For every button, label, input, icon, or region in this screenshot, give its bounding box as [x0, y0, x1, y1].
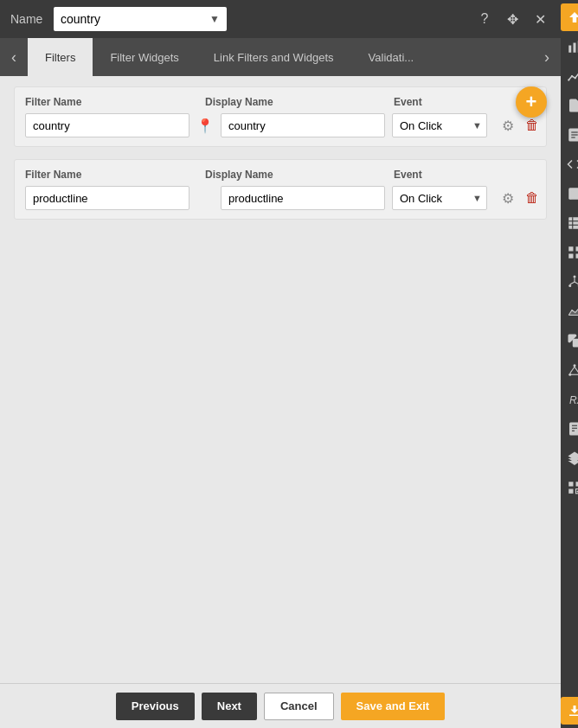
- name-dropdown[interactable]: country: [54, 7, 227, 31]
- name-label: Name: [10, 12, 45, 26]
- tabs-container: Filters Filter Widgets Link Filters and …: [28, 38, 533, 76]
- svg-rect-46: [569, 715, 578, 717]
- help-icon-button[interactable]: ?: [474, 9, 495, 29]
- row-actions-1: ⚙ 🗑: [498, 115, 543, 136]
- svg-rect-0: [568, 46, 571, 53]
- svg-rect-1: [574, 43, 576, 53]
- sidebar-icon-network[interactable]: [561, 356, 578, 384]
- sidebar-icon-report[interactable]: [561, 415, 578, 443]
- save-exit-button[interactable]: Save and Exit: [341, 693, 446, 720]
- sidebar-icon-download[interactable]: [561, 697, 578, 725]
- sidebar-icon-arrow-up[interactable]: [561, 3, 578, 31]
- filter-name-input-1[interactable]: [25, 113, 189, 137]
- sidebar-icon-area-chart[interactable]: [561, 297, 578, 325]
- filter-name-input-2[interactable]: [25, 186, 189, 210]
- svg-rect-27: [573, 339, 578, 348]
- cancel-button[interactable]: Cancel: [264, 693, 334, 720]
- svg-point-28: [574, 364, 576, 367]
- filter-row-1: Filter Name Display Name Event 📍 On Clic…: [14, 86, 547, 147]
- header: Name country ▼ ? ✥ ✕: [0, 0, 561, 38]
- svg-rect-40: [568, 482, 573, 486]
- svg-line-31: [570, 367, 575, 374]
- filter-headers-2: Filter Name Display Name Event: [25, 169, 536, 181]
- svg-point-21: [574, 276, 576, 278]
- filter-inputs-2: 📍 On Click On Change On Load ▼ ⚙ 🗑: [25, 186, 536, 210]
- display-name-header-2: Display Name: [205, 169, 387, 181]
- svg-rect-13: [568, 217, 578, 229]
- filter-inputs-1: 📍 On Click On Change On Load ▼ ⚙ 🗑: [25, 113, 536, 137]
- next-button[interactable]: Next: [202, 693, 257, 720]
- content-area: + Filter Name Display Name Event 📍 On Cl…: [0, 76, 561, 683]
- sidebar-icon-document[interactable]: [561, 121, 578, 149]
- move-icon-button[interactable]: ✥: [502, 9, 523, 29]
- tab-filters[interactable]: Filters: [28, 38, 93, 76]
- filter-headers-1: Filter Name Display Name Event: [25, 96, 536, 108]
- sidebar-icon-layers[interactable]: [561, 444, 578, 472]
- add-filter-button[interactable]: +: [516, 86, 547, 118]
- svg-text:Rx: Rx: [569, 394, 578, 406]
- svg-rect-42: [568, 489, 573, 494]
- name-dropdown-wrapper: country ▼: [54, 7, 227, 31]
- sidebar-icon-file[interactable]: [561, 92, 578, 119]
- sidebar-icon-tree[interactable]: [561, 268, 578, 296]
- sidebar-icon-grid[interactable]: [561, 239, 578, 266]
- event-select-wrapper-2: On Click On Change On Load ▼: [392, 186, 487, 210]
- delete-button-2[interactable]: 🗑: [522, 188, 543, 208]
- svg-line-32: [575, 367, 578, 374]
- sidebar-icon-table[interactable]: [561, 209, 578, 237]
- tab-link-filters[interactable]: Link Filters and Widgets: [196, 38, 351, 76]
- event-select-wrapper-1: On Click On Change On Load ▼: [392, 113, 487, 137]
- tab-next-button[interactable]: ›: [533, 38, 561, 76]
- svg-rect-35: [569, 423, 578, 436]
- svg-point-12: [571, 190, 573, 192]
- footer: Previous Next Cancel Save and Exit: [0, 683, 561, 728]
- delete-button-1[interactable]: 🗑: [522, 115, 543, 136]
- right-sidebar: Rx: [561, 0, 578, 728]
- close-icon-button[interactable]: ✕: [530, 9, 550, 29]
- sidebar-icon-copy[interactable]: [561, 327, 578, 354]
- sidebar-icon-image[interactable]: [561, 180, 578, 208]
- sidebar-icon-rx[interactable]: Rx: [561, 386, 578, 413]
- event-select-2[interactable]: On Click On Change On Load: [392, 186, 487, 210]
- tab-prev-button[interactable]: ‹: [0, 38, 28, 76]
- svg-point-4: [571, 75, 573, 77]
- sidebar-icon-code[interactable]: [561, 150, 578, 178]
- pin-icon-1: 📍: [196, 118, 214, 134]
- svg-point-22: [568, 284, 571, 287]
- event-header-1: Event: [394, 96, 498, 108]
- sidebar-icon-bar-chart[interactable]: [561, 33, 578, 61]
- filter-name-header-1: Filter Name: [25, 96, 198, 108]
- svg-point-3: [568, 79, 569, 80]
- tab-filter-widgets[interactable]: Filter Widgets: [93, 38, 196, 76]
- filter-name-header-2: Filter Name: [25, 169, 198, 181]
- tabs-bar: ‹ Filters Filter Widgets Link Filters an…: [0, 38, 561, 76]
- settings-button-1[interactable]: ⚙: [498, 115, 518, 136]
- svg-rect-17: [568, 246, 573, 251]
- sidebar-icon-grid-plus[interactable]: [561, 474, 578, 501]
- sidebar-icon-line-chart[interactable]: [561, 62, 578, 90]
- settings-button-2[interactable]: ⚙: [498, 188, 518, 208]
- event-select-1[interactable]: On Click On Change On Load: [392, 113, 487, 137]
- display-name-input-2[interactable]: [221, 186, 385, 210]
- event-header-2: Event: [394, 169, 498, 181]
- svg-rect-19: [568, 254, 573, 259]
- previous-button[interactable]: Previous: [116, 693, 195, 720]
- svg-point-5: [575, 77, 576, 79]
- display-name-header-1: Display Name: [205, 96, 387, 108]
- svg-line-26: [575, 282, 578, 284]
- display-name-input-1[interactable]: [221, 113, 385, 137]
- filter-row-2: Filter Name Display Name Event 📍 On Clic…: [14, 159, 547, 220]
- tab-validation[interactable]: Validati...: [351, 38, 432, 76]
- header-icons: ? ✥ ✕: [474, 9, 550, 29]
- row-actions-2: ⚙ 🗑: [498, 188, 543, 208]
- svg-line-25: [570, 282, 575, 284]
